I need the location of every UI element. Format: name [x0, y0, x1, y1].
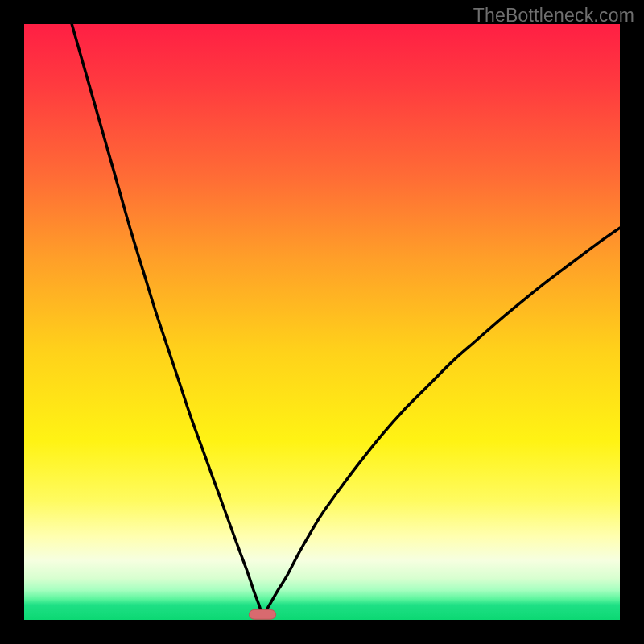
- bottleneck-chart: [24, 24, 620, 620]
- minimum-marker: [249, 609, 275, 619]
- chart-background: [24, 24, 620, 620]
- watermark-text: TheBottleneck.com: [473, 5, 634, 27]
- chart-frame: [24, 24, 620, 620]
